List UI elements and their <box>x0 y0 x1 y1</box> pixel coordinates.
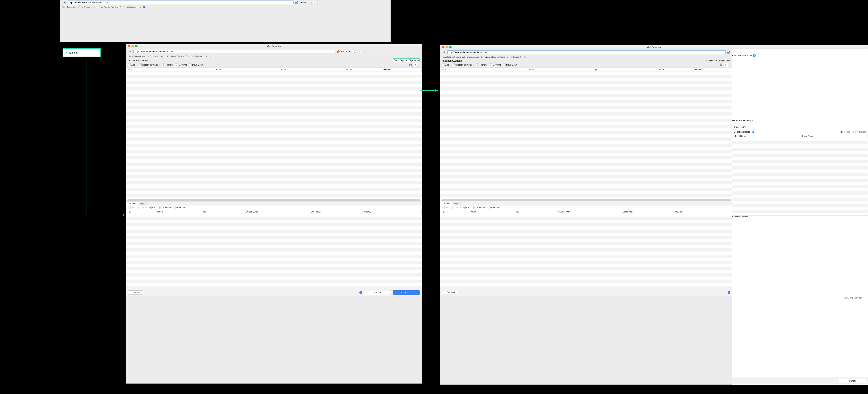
remove-button[interactable]: 🗑Remove <box>476 63 488 66</box>
col-object[interactable]: Object <box>215 68 280 72</box>
save-script-button[interactable]: Save Script <box>393 290 420 295</box>
recent-keywords-button[interactable]: ◷Recent keywords▼ <box>139 63 160 66</box>
help-icon[interactable]: ? <box>751 131 754 133</box>
hint-row: Hint: Right-click on the web elements, s… <box>126 55 422 58</box>
horizontal-scrollbar[interactable] <box>441 199 731 201</box>
caret-down-icon: ▼ <box>349 51 350 52</box>
move-down-button[interactable]: ↓Move Down <box>503 63 517 66</box>
col-default[interactable]: Default value <box>557 210 621 214</box>
collapse-button[interactable]: ▲Collapse <box>442 290 457 294</box>
recent-keywords-button[interactable]: ◷Recent keywords▼ <box>453 63 474 66</box>
var-move-up-button[interactable]: ↑Move up <box>159 206 171 209</box>
add-button[interactable]: +Add▼ <box>128 63 137 66</box>
actions-table-body[interactable] <box>126 72 422 199</box>
col-description[interactable]: Description <box>621 210 674 214</box>
col-input[interactable]: Input <box>592 68 656 72</box>
col-no[interactable]: No. <box>440 210 469 214</box>
var-delete-button[interactable]: 🗑Delete <box>137 206 147 209</box>
radio-xpath[interactable] <box>840 131 843 133</box>
col-input[interactable]: Input <box>280 68 345 72</box>
captured-objects-tree[interactable] <box>732 59 868 117</box>
run-dropdown-caret[interactable]: ▼ <box>728 64 731 66</box>
run-button[interactable] <box>724 63 728 67</box>
var-clear-button[interactable]: 🗑Clear <box>149 206 157 209</box>
col-object-name-1[interactable]: Object Name <box>732 134 800 138</box>
var-add-button[interactable]: +Add <box>128 206 135 209</box>
stop-button[interactable]: ■ <box>316 0 320 4</box>
col-name[interactable]: Name <box>469 210 513 214</box>
verify-highlight-button[interactable]: Verify and Highlight <box>840 296 866 300</box>
col-output[interactable]: Output <box>345 68 380 72</box>
actions-table-body[interactable] <box>440 72 732 199</box>
run-dropdown-caret[interactable]: ▼ <box>418 64 420 66</box>
clock-icon: ◷ <box>139 63 142 66</box>
move-up-button[interactable]: ↑Move Up <box>489 63 501 66</box>
remove-button[interactable]: 🗑Remove <box>162 63 174 66</box>
locator-area[interactable] <box>732 220 868 295</box>
pause-button[interactable]: ❚❚ <box>310 0 314 4</box>
expand-button[interactable]: ▼ Expand <box>63 48 101 57</box>
col-item[interactable]: Item <box>126 68 215 72</box>
variables-table-body[interactable] <box>126 214 422 289</box>
lower-tabs: Variables Logs <box>126 201 422 205</box>
var-move-down-button[interactable]: ↓Move down <box>487 206 501 209</box>
tab-variables[interactable]: Variables <box>126 202 138 205</box>
record-dropdown[interactable]: Record ▼ <box>341 50 350 53</box>
help-icon[interactable]: ? <box>360 291 362 294</box>
help-icon[interactable]: ? <box>753 54 756 57</box>
help-icon[interactable]: ? <box>720 63 722 66</box>
selected-locator-header: Selected Locator <box>732 216 868 218</box>
run-button[interactable] <box>413 63 418 67</box>
variables-table-head: No. Name Type Default value Description … <box>440 210 732 214</box>
col-default[interactable]: Default value <box>244 210 309 214</box>
add-button[interactable]: +Add▼ <box>442 63 451 66</box>
collapse-button[interactable]: ▲Collapse <box>128 290 143 294</box>
col-description[interactable]: Description <box>691 68 732 72</box>
show-captured-objects-button[interactable]: Show Captured Objects >> <box>393 58 420 62</box>
hint-pre: Hint: Right-click on the web elements, s… <box>442 56 479 58</box>
stop-button[interactable]: ■ <box>357 50 361 54</box>
object-name-input[interactable] <box>753 125 866 129</box>
cancel-button[interactable]: Cancel <box>364 290 391 295</box>
url-input[interactable] <box>133 50 335 53</box>
col-no[interactable]: No. <box>126 210 156 214</box>
help-icon[interactable]: ? <box>409 63 412 66</box>
record-dropdown[interactable]: Record ▼ <box>300 1 309 4</box>
tab-logs[interactable]: Logs <box>452 202 461 205</box>
var-move-up-button[interactable]: ↑Move up <box>473 206 485 209</box>
col-masked[interactable]: Masked <box>363 210 422 214</box>
var-move-down-button[interactable]: ↓Move down <box>173 206 187 209</box>
tab-variables[interactable]: Variables <box>440 202 452 205</box>
horizontal-scrollbar[interactable] <box>127 199 421 201</box>
col-masked[interactable]: Masked <box>674 210 732 214</box>
tab-logs[interactable]: Logs <box>138 202 147 205</box>
var-clear-button[interactable]: 🗑Clear <box>463 206 471 209</box>
url-input[interactable] <box>68 1 293 4</box>
cancel-button[interactable]: Cancel <box>839 379 866 383</box>
move-down-button[interactable]: ↓Move Down <box>189 63 203 66</box>
col-output[interactable]: Output <box>656 68 691 72</box>
radio-attributes[interactable] <box>853 131 856 133</box>
col-object[interactable]: Object <box>528 68 592 72</box>
col-object-name-2[interactable]: Object Name <box>800 134 868 138</box>
col-item[interactable]: Item <box>440 68 528 72</box>
col-type[interactable]: Type <box>513 210 557 214</box>
var-delete-button[interactable]: 🗑Delete <box>451 206 461 209</box>
hide-link[interactable]: Hide <box>208 55 212 57</box>
variables-table-body[interactable] <box>440 214 732 289</box>
help-icon[interactable]: ? <box>727 291 731 294</box>
hide-link[interactable]: Hide <box>522 56 526 58</box>
properties-table-body[interactable] <box>732 138 868 213</box>
col-description[interactable]: Description <box>380 68 422 72</box>
col-name[interactable]: Name <box>156 210 200 214</box>
url-input[interactable] <box>447 51 725 54</box>
col-description[interactable]: Description <box>309 210 363 214</box>
hide-captured-objects-button[interactable]: << Hide Captured Objects <box>706 59 731 62</box>
recorder-window-wide: Web Recorder URL Hint: Right-click on th… <box>440 45 868 385</box>
radio-attributes-label: Attributes <box>857 131 866 133</box>
col-type[interactable]: Type <box>200 210 244 214</box>
hide-link[interactable]: Hide <box>142 6 146 8</box>
move-up-button[interactable]: ↑Move Up <box>175 63 187 66</box>
var-add-button[interactable]: +Add <box>442 206 449 209</box>
pause-button[interactable]: ❚❚ <box>351 50 356 54</box>
